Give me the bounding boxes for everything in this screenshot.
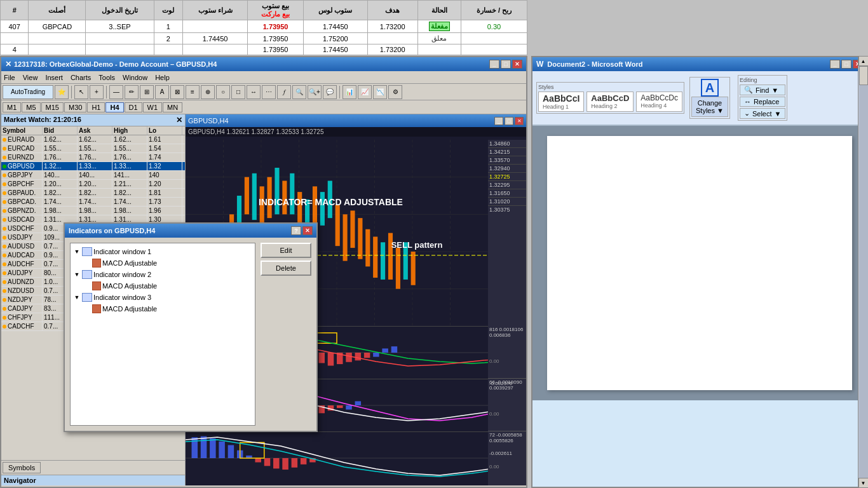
tf-m5[interactable]: M5 — [22, 102, 40, 112]
list-item[interactable]: GBPNZD.1.98...1.98...1.98...1.96 — [1, 207, 185, 215]
scroll-down-btn[interactable]: ▼ — [858, 478, 869, 488]
toolbar-btn-line[interactable]: — — [109, 85, 123, 99]
chart-maximize[interactable]: □ — [505, 117, 513, 125]
maximize-btn[interactable]: □ — [501, 60, 511, 69]
tf-h4[interactable]: H4 — [105, 102, 123, 112]
menu-file[interactable]: File — [4, 74, 15, 81]
col-pnl: ربح / خسارة — [461, 1, 527, 20]
toolbar-btn-8[interactable]: ○ — [216, 85, 230, 99]
scroll-up-btn[interactable]: ▲ — [858, 56, 869, 66]
list-item-gbpusd[interactable]: GBPUSD1.32...1.33...1.33...1.32 — [1, 162, 185, 171]
change-styles-icon: A — [701, 79, 719, 97]
chart-minimize[interactable]: _ — [494, 117, 503, 125]
autotrading-toggle[interactable]: AutoTrading — [3, 85, 53, 99]
tf-m30[interactable]: M30 — [64, 102, 86, 112]
toolbar-btn-props[interactable]: ⚙ — [388, 85, 402, 99]
scrollbar-thumb[interactable] — [859, 66, 868, 85]
style-heading1-btn[interactable]: AaBbCcI Heading 1 — [538, 92, 584, 112]
word-minimize[interactable]: _ — [830, 60, 840, 69]
toolbar-btn-plus[interactable]: + — [90, 85, 104, 99]
tf-d1[interactable]: D1 — [125, 102, 142, 112]
list-item[interactable]: GBPCAD.1.74...1.74...1.74...1.73 — [1, 198, 185, 207]
tree-item-label: MACD Adjustable — [102, 305, 157, 313]
col-sell-stop: بيع ستوب بيع ماركت — [248, 1, 304, 20]
find-button[interactable]: 🔍 Find ▼ — [740, 85, 785, 95]
toolbar-btn-chart-bar[interactable]: 📊 — [342, 85, 356, 99]
tf-m1[interactable]: M1 — [3, 102, 21, 112]
symbols-button[interactable]: Symbols — [3, 462, 41, 473]
replace-button[interactable]: ↔ Replace — [740, 97, 785, 107]
toolbar-btn-zoom-in[interactable]: 🔍+ — [308, 85, 322, 99]
style-buttons: AaBbCcI Heading 1 AaBbCcD Heading 2 AaBb… — [538, 92, 682, 112]
menu-tools[interactable]: Tools — [98, 74, 115, 81]
toolbar-btn-speech[interactable]: 💬 — [323, 85, 337, 99]
toolbar-btn-fib[interactable]: 𝑓 — [277, 85, 291, 99]
toolbar-btn-6[interactable]: ≡ — [186, 85, 200, 99]
tree-item-window3[interactable]: ▼ Indicator window 3 — [73, 292, 252, 303]
toolbar-btn-3[interactable]: ⊞ — [140, 85, 154, 99]
toolbar-btn-12[interactable]: 🔍 — [292, 85, 306, 99]
toolbar-btn-7[interactable]: ⊕ — [201, 85, 215, 99]
list-item[interactable]: EURAUD1.62...1.62...1.62...1.61 — [1, 135, 185, 144]
svg-rect-19 — [252, 173, 257, 220]
tf-w1[interactable]: W1 — [143, 102, 163, 112]
toolbar-btn-chart-line[interactable]: 📈 — [358, 85, 372, 99]
status-dot — [3, 271, 6, 275]
dialog-close[interactable]: ✕ — [302, 226, 313, 235]
trading-table: # أصلت تاريخ الدخول لوت شراء ستوب بيع ست… — [0, 0, 527, 55]
toolbar-btn-10[interactable]: ↔ — [247, 85, 261, 99]
market-watch-close[interactable]: ✕ — [176, 116, 182, 125]
toolbar-btn-5[interactable]: ⊠ — [170, 85, 184, 99]
change-styles-btn[interactable]: ChangeStyles ▼ — [691, 97, 728, 117]
toolbar-btn-9[interactable]: □ — [231, 85, 245, 99]
svg-rect-63 — [364, 353, 370, 358]
menu-insert[interactable]: Insert — [45, 74, 63, 81]
minimize-btn[interactable]: _ — [489, 60, 499, 69]
tree-item-macd1[interactable]: MACD Adjustable — [73, 257, 252, 269]
style-h2-preview: AaBbCcD — [591, 93, 629, 103]
delete-button[interactable]: Delete — [261, 261, 311, 276]
close-btn[interactable]: ✕ — [512, 60, 522, 69]
toolbar-btn-pencil[interactable]: ✏ — [125, 85, 139, 99]
svg-rect-102 — [282, 458, 288, 470]
status-dot — [3, 298, 6, 302]
style-heading2-btn[interactable]: AaBbCcD Heading 2 — [587, 92, 634, 112]
tree-item-macd2[interactable]: MACD Adjustable — [73, 280, 252, 292]
tf-m15[interactable]: M15 — [41, 102, 64, 112]
list-item[interactable]: GBPJPY140...140...141...140 — [1, 171, 185, 180]
tf-h1[interactable]: H1 — [87, 102, 105, 112]
status-dot — [3, 236, 6, 240]
tree-item-macd3[interactable]: MACD Adjustable — [73, 303, 252, 315]
chart-info-bar: GBPUSD,H4 1.32621 1.32827 1.32533 1.3272… — [186, 127, 526, 137]
toolbar-btn-11[interactable]: ⋯ — [262, 85, 276, 99]
tf-mn[interactable]: MN — [163, 102, 182, 112]
menu-window[interactable]: Window — [123, 74, 147, 81]
toolbar-btn-1[interactable]: ⭐ — [55, 85, 69, 99]
table-row: 407 GBPCAD 3..SEP 1 1.73950 1.74450 1.73… — [1, 20, 527, 33]
status-dot — [3, 218, 6, 222]
chart-title: GBPUSD,H4 — [188, 117, 229, 125]
list-item[interactable]: GBPCHF1.20...1.20...1.21...1.20 — [1, 180, 185, 189]
col-status: الحالة — [417, 1, 461, 20]
chart-close[interactable]: ✕ — [515, 117, 524, 125]
dialog-help[interactable]: ? — [291, 226, 301, 235]
expand-icon: ▼ — [73, 271, 81, 278]
toolbar-btn-indicators[interactable]: 📉 — [373, 85, 387, 99]
list-item[interactable]: EURCAD1.55...1.55...1.55...1.54 — [1, 144, 185, 153]
toolbar-btn-4[interactable]: A — [155, 85, 169, 99]
tree-item-window2[interactable]: ▼ Indicator window 2 — [73, 269, 252, 280]
style-heading4-btn[interactable]: AaBbCcDc Heading 4 — [636, 92, 682, 112]
chart-titlebar: GBPUSD,H4 _ □ ✕ — [186, 114, 526, 127]
list-item[interactable]: EURNZD1.76...1.76...1.76...1.74 — [1, 153, 185, 162]
edit-button[interactable]: Edit — [261, 243, 311, 258]
word-maximize[interactable]: □ — [841, 60, 851, 69]
menu-charts[interactable]: Charts — [71, 74, 91, 81]
menu-help[interactable]: Help — [155, 74, 170, 81]
select-button[interactable]: ⌄ Select ▼ — [740, 108, 785, 119]
menu-view[interactable]: View — [23, 74, 38, 81]
word-window: W Document2 - Microsoft Word _ □ ✕ Style… — [531, 56, 868, 488]
toolbar-btn-arrow[interactable]: ↖ — [74, 85, 88, 99]
list-item[interactable]: GBPAUD.1.82...1.82...1.82...1.81 — [1, 189, 185, 198]
tree-item-window1[interactable]: ▼ Indicator window 1 — [73, 246, 252, 257]
svg-rect-38 — [396, 248, 400, 289]
